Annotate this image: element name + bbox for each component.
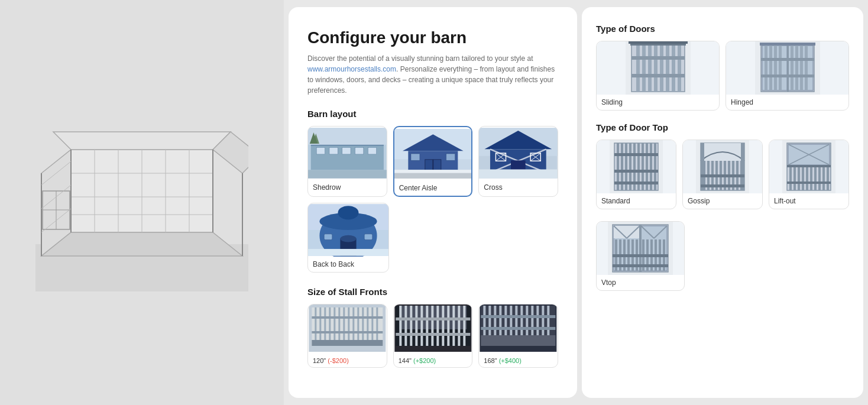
svg-rect-125 — [481, 335, 556, 346]
svg-rect-197 — [806, 166, 808, 190]
svg-rect-105 — [463, 306, 465, 346]
svg-rect-46 — [394, 170, 472, 173]
svg-rect-194 — [793, 166, 796, 190]
svg-rect-119 — [532, 306, 534, 335]
svg-rect-28 — [329, 148, 338, 154]
svg-rect-228 — [613, 254, 668, 257]
cross-label: Cross — [479, 180, 558, 195]
svg-rect-100 — [436, 306, 439, 346]
door-options-panel: Type of Doors — [582, 7, 863, 398]
svg-rect-88 — [312, 331, 383, 333]
gossip-label: Gossip — [683, 193, 762, 209]
barn-layout-title: Barn layout — [307, 109, 558, 119]
svg-rect-200 — [818, 166, 821, 190]
door-top-title: Type of Door Top — [596, 122, 849, 132]
svg-rect-97 — [420, 306, 423, 346]
svg-rect-101 — [442, 306, 444, 346]
stall-144-label: 144" (+$200) — [394, 354, 472, 367]
svg-rect-29 — [342, 148, 351, 154]
door-hinged[interactable]: Hinged — [726, 41, 849, 111]
door-top-vtop[interactable]: Vtop — [596, 221, 685, 291]
svg-rect-106 — [396, 317, 470, 320]
svg-rect-135 — [678, 44, 681, 92]
svg-rect-98 — [426, 306, 428, 346]
svg-rect-32 — [308, 170, 387, 178]
svg-rect-103 — [452, 306, 455, 346]
configure-panel: Configure your barn Discover the potenti… — [289, 7, 577, 398]
svg-rect-150 — [800, 46, 803, 90]
svg-rect-155 — [760, 43, 815, 46]
svg-rect-203 — [787, 165, 831, 167]
layout-option-cross[interactable]: Cross — [478, 126, 558, 197]
svg-rect-134 — [672, 44, 675, 92]
svg-rect-94 — [404, 306, 407, 346]
svg-rect-130 — [648, 44, 652, 92]
standard-label: Standard — [597, 193, 676, 209]
svg-rect-114 — [505, 306, 507, 335]
svg-rect-93 — [399, 306, 401, 346]
svg-rect-186 — [701, 174, 744, 177]
door-type-title: Type of Doors — [596, 24, 849, 34]
svg-rect-104 — [458, 306, 460, 346]
svg-rect-139 — [629, 41, 688, 44]
svg-rect-124 — [481, 327, 556, 330]
door-vtop-grid: Vtop — [596, 221, 849, 291]
svg-rect-144 — [765, 46, 767, 90]
svg-rect-128 — [636, 44, 640, 92]
door-sliding[interactable]: Sliding — [596, 41, 720, 111]
svg-point-65 — [338, 206, 359, 219]
svg-rect-229 — [613, 264, 668, 267]
svg-rect-122 — [548, 306, 550, 335]
svg-rect-198 — [810, 166, 812, 190]
door-top-liftout[interactable]: Lift-out — [769, 140, 849, 209]
svg-rect-118 — [526, 306, 529, 335]
layout-option-back-to-back[interactable]: Back to Back — [307, 203, 389, 273]
svg-rect-168 — [614, 153, 658, 156]
svg-rect-153 — [761, 58, 814, 61]
layout-option-center-aisle[interactable]: Center Aisle — [393, 126, 473, 197]
svg-rect-154 — [761, 74, 814, 77]
stall-168[interactable]: 168" (+$400) — [478, 304, 558, 368]
svg-rect-117 — [521, 306, 523, 335]
svg-rect-89 — [312, 340, 383, 346]
svg-rect-136 — [631, 56, 685, 60]
shedrow-label: Shedrow — [308, 180, 387, 195]
svg-rect-185 — [741, 143, 744, 190]
svg-rect-204 — [787, 182, 831, 184]
door-type-grid: Sliding — [596, 41, 849, 111]
svg-rect-132 — [660, 44, 663, 92]
svg-rect-30 — [355, 148, 364, 154]
svg-rect-123 — [481, 315, 556, 318]
website-link[interactable]: www.armourhorsestalls.com — [307, 65, 396, 73]
svg-rect-96 — [415, 306, 417, 346]
svg-rect-115 — [510, 306, 513, 335]
svg-rect-27 — [316, 148, 325, 154]
stall-120[interactable]: 120" (-$200) — [307, 304, 387, 368]
svg-rect-116 — [516, 306, 518, 335]
svg-rect-202 — [827, 166, 829, 190]
door-top-grid: Standard — [596, 140, 849, 209]
svg-rect-152 — [787, 44, 789, 92]
svg-rect-87 — [312, 316, 383, 319]
svg-rect-111 — [489, 306, 491, 335]
stall-144[interactable]: 144" (+$200) — [393, 304, 473, 368]
svg-rect-196 — [802, 166, 804, 190]
stall-168-label: 168" (+$400) — [479, 354, 558, 367]
svg-rect-201 — [822, 166, 825, 190]
liftout-label: Lift-out — [769, 193, 848, 209]
page-title: Configure your barn — [307, 28, 558, 47]
door-top-gossip[interactable]: Gossip — [682, 140, 763, 209]
stall-120-label: 120" (-$200) — [308, 354, 387, 367]
layout-spacer — [395, 203, 558, 273]
door-top-standard[interactable]: Standard — [596, 140, 676, 209]
layout-option-shedrow[interactable]: Shedrow — [307, 126, 387, 197]
center-aisle-label: Center Aisle — [394, 180, 472, 196]
svg-rect-151 — [805, 46, 808, 90]
svg-rect-68 — [324, 234, 332, 240]
svg-rect-69 — [364, 234, 373, 240]
svg-rect-95 — [410, 306, 412, 346]
svg-rect-137 — [631, 74, 685, 77]
svg-rect-129 — [642, 44, 646, 92]
barn-layout-grid: Shedrow — [307, 126, 558, 197]
svg-point-67 — [340, 235, 356, 242]
